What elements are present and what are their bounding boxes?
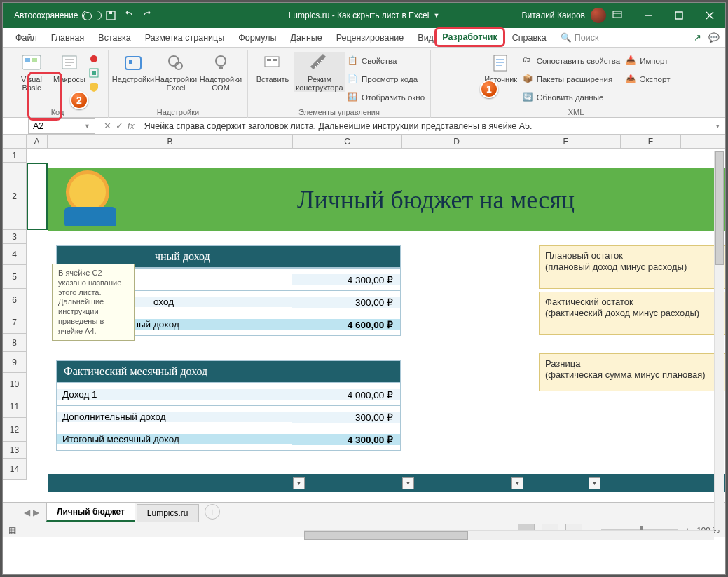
share-icon[interactable]: ↗ — [694, 32, 701, 43]
tab-layout[interactable]: Разметка страницы — [138, 28, 231, 48]
horizontal-scrollbar[interactable] — [304, 530, 714, 540]
enter-formula-icon[interactable]: ✓ — [116, 121, 123, 131]
table-row[interactable]: Доход 14 000,00 ₽ — [57, 383, 400, 405]
scroll-thumb[interactable] — [715, 151, 724, 265]
record-macro-icon[interactable]: ▦ — [8, 525, 16, 535]
tab-help[interactable]: Справка — [505, 28, 554, 48]
next-sheet-icon[interactable]: ▶ — [33, 508, 39, 517]
table-total-row[interactable]: Итоговый месячный доход4 300,00 ₽ — [57, 428, 400, 450]
record-macro-icon[interactable] — [88, 53, 99, 65]
properties-button[interactable]: 📋Свойства — [348, 53, 425, 69]
row-5[interactable]: 5 — [3, 265, 27, 289]
row-13[interactable]: 13 — [3, 442, 27, 459]
xml-source-button[interactable]: Источник — [482, 52, 520, 84]
expansion-packs-button[interactable]: 📦Пакеты расширения — [523, 72, 621, 87]
search-button[interactable]: 🔍Поиск — [554, 28, 606, 48]
show-window-button[interactable]: 🪟Отобразить окно — [348, 90, 425, 105]
addins-button[interactable]: Надстройки — [114, 52, 152, 84]
minimize-button[interactable] — [633, 3, 664, 28]
autosave-toggle[interactable]: Автосохранение — [14, 11, 102, 20]
addins-excel-button[interactable]: Надстройки Excel — [155, 52, 197, 92]
expand-formula-icon[interactable]: ▾ — [710, 123, 725, 130]
comments-icon[interactable]: 💬 — [708, 32, 720, 43]
row-1[interactable]: 1 — [3, 149, 27, 163]
macros-button[interactable]: Макросы — [53, 52, 85, 84]
tab-view[interactable]: Вид — [411, 28, 434, 48]
scroll-thumb[interactable] — [304, 531, 468, 540]
map-props-icon: 🗂 — [523, 55, 534, 67]
cell-tooltip: В ячейке C2 указано название этого листа… — [52, 264, 135, 341]
formula-input[interactable]: Ячейка справа содержит заголовок листа. … — [139, 121, 710, 131]
refresh-data-button[interactable]: 🔄Обновить данные — [523, 90, 621, 105]
addins-excel-icon — [165, 52, 187, 74]
svg-point-15 — [216, 56, 226, 66]
maximize-button[interactable] — [664, 3, 694, 28]
col-e[interactable]: E — [511, 135, 621, 148]
col-f[interactable]: F — [621, 135, 681, 148]
close-button[interactable] — [694, 3, 725, 28]
filter-dropdown[interactable]: ▼ — [511, 477, 523, 489]
ribbon-options-icon[interactable] — [602, 3, 633, 28]
tab-data[interactable]: Данные — [284, 28, 329, 48]
svg-rect-17 — [267, 59, 271, 61]
user-account[interactable]: Виталий Каиров — [521, 8, 606, 23]
tab-file[interactable]: Файл — [8, 28, 44, 48]
map-props-button[interactable]: 🗂Сопоставить свойства — [523, 53, 621, 69]
prev-sheet-icon[interactable]: ◀ — [24, 508, 30, 517]
filter-dropdown[interactable]: ▼ — [293, 477, 305, 489]
tab-formulas[interactable]: Формулы — [231, 28, 283, 48]
sheet-tab[interactable]: Lumpics.ru — [137, 504, 199, 522]
name-box[interactable]: A2▼ — [28, 118, 95, 134]
col-c[interactable]: C — [293, 135, 402, 148]
ribbon-tabs: Файл Главная Вставка Разметка страницы Ф… — [3, 28, 725, 48]
sheet-tab-active[interactable]: Личный бюджет — [46, 503, 135, 522]
redo-icon[interactable] — [138, 6, 156, 25]
cancel-formula-icon[interactable]: ✕ — [104, 121, 111, 131]
column-headers[interactable]: A B C D E F — [27, 135, 725, 149]
chevron-down-icon[interactable]: ▼ — [84, 123, 90, 130]
table-row[interactable]: Дополнительный доход300,00 ₽ — [57, 405, 400, 428]
row-6[interactable]: 6 — [3, 289, 27, 311]
filter-dropdown[interactable]: ▼ — [589, 477, 600, 489]
addins-com-button[interactable]: Надстройки COM — [200, 52, 242, 92]
row-headers[interactable]: 1 2 3 4 5 6 7 8 9 10 11 12 13 14 — [3, 149, 27, 480]
tab-home[interactable]: Главная — [44, 28, 92, 48]
macro-security-icon[interactable] — [88, 81, 99, 93]
vertical-scrollbar[interactable] — [714, 151, 724, 530]
row-7[interactable]: 7 — [3, 311, 27, 334]
formula-bar: A2▼ ✕ ✓ fx Ячейка справа содержит заголо… — [3, 118, 725, 135]
save-icon[interactable] — [102, 6, 120, 25]
add-sheet-button[interactable]: + — [205, 504, 220, 520]
insert-control-button[interactable]: Вставить — [254, 52, 291, 84]
col-d[interactable]: D — [402, 135, 511, 148]
svg-rect-3 — [675, 12, 682, 19]
filter-dropdown[interactable]: ▼ — [402, 477, 414, 489]
chevron-down-icon[interactable]: ▼ — [433, 12, 439, 19]
row-2[interactable]: 2 — [3, 163, 27, 230]
visual-basic-button[interactable]: Visual Basic — [13, 52, 50, 92]
row-12[interactable]: 12 — [3, 418, 27, 442]
row-4[interactable]: 4 — [3, 244, 27, 265]
row-14[interactable]: 14 — [3, 459, 27, 480]
design-mode-button[interactable]: Режим конструктора — [294, 52, 345, 92]
undo-icon[interactable] — [120, 6, 138, 25]
export-button[interactable]: 📤Экспорт — [626, 72, 670, 87]
row-10[interactable]: 10 — [3, 373, 27, 395]
row-8[interactable]: 8 — [3, 334, 27, 352]
tab-insert[interactable]: Вставка — [91, 28, 137, 48]
row-11[interactable]: 11 — [3, 395, 27, 418]
col-a[interactable]: A — [27, 135, 48, 148]
view-code-button[interactable]: 📄Просмотр кода — [348, 72, 425, 87]
relative-ref-icon[interactable] — [88, 67, 99, 79]
row-3[interactable]: 3 — [3, 230, 27, 244]
row-9[interactable]: 9 — [3, 352, 27, 373]
active-cell[interactable] — [27, 163, 48, 230]
select-all-corner[interactable] — [3, 135, 27, 149]
tab-developer[interactable]: Разработчик — [434, 27, 504, 47]
import-button[interactable]: 📥Импорт — [626, 53, 670, 69]
fx-icon[interactable]: fx — [128, 121, 135, 131]
note-diff: Разница(фактическая сумма минус плановая… — [539, 353, 725, 391]
col-b[interactable]: B — [48, 135, 293, 148]
tab-review[interactable]: Рецензирование — [329, 28, 411, 48]
switch-icon[interactable] — [82, 11, 102, 20]
